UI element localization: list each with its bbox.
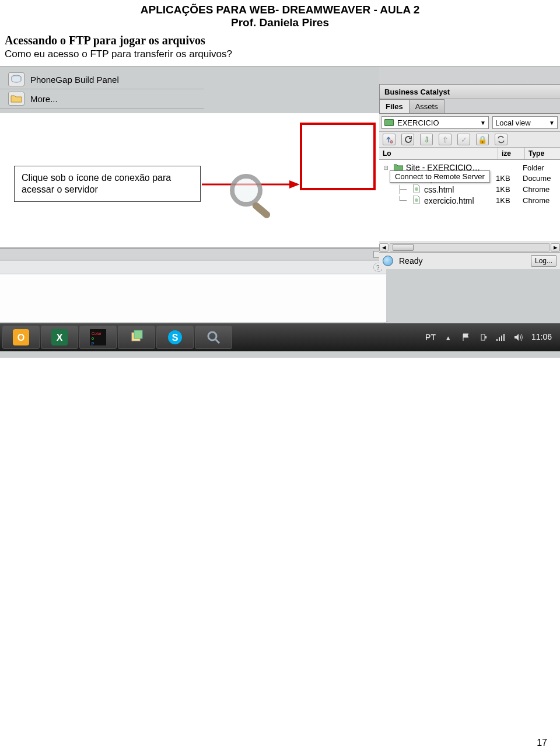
svg-point-21 [208,332,216,340]
properties-bar: ? [0,260,386,274]
taskbar-outlook-icon[interactable]: O [2,326,40,349]
section-subtitle: Como eu acesso o FTP para transferir os … [5,48,560,60]
taskbar-clock[interactable]: 11:06 [531,333,552,341]
scroll-right-button[interactable]: ▸ [551,243,560,252]
log-button[interactable]: Log... [531,255,556,267]
clock-time: 11:06 [531,333,552,341]
flag-icon[interactable] [461,333,471,342]
file-row[interactable]: └─ exercicio.html 1KB Chrome [379,195,560,206]
lang-indicator[interactable]: PT [425,333,436,342]
tab-files[interactable]: Files [379,99,410,113]
doc-title-line2: Prof. Daniela Pires [0,16,560,29]
panel-item-label: PhoneGap Build Panel [30,75,119,85]
connect-tooltip: Connect to Remote Server [390,170,490,183]
left-panel: PhoneGap Build Panel More... [0,70,204,109]
view-dropdown-value: Local view [495,118,531,127]
site-dropdown-value: EXERCICIO [397,118,439,127]
page-header: APLICAÇÕES PARA WEB- DREAMWEAVER - AULA … [0,0,560,29]
panel-divider [0,247,386,260]
files-toolbar: ⇩ ⇧ ✓ 🔒 [379,132,560,148]
refresh-button[interactable] [401,134,414,145]
folder-icon [8,92,24,106]
svg-text:Color: Color [92,331,102,336]
business-catalyst-label: Business Catalyst [384,88,450,96]
file-row[interactable]: ├─ css.html 1KB Chrome [379,184,560,195]
svg-rect-5 [251,201,271,219]
files-panel-tabs: Files Assets [379,99,560,114]
svg-text:O: O [18,333,24,343]
scroll-left-button[interactable]: ◂ [379,243,388,252]
taskbar-excel-icon[interactable]: X [41,326,78,349]
taskbar-magnifier-icon[interactable] [195,326,232,349]
col-name-header[interactable]: Lo [379,148,498,159]
taskbar-notes-icon[interactable] [118,326,155,349]
panel-item-label: More... [30,94,58,104]
svg-rect-18 [134,330,142,338]
callout-text: Clique sob o ícone de conexão para acess… [22,173,171,194]
taskbar-apps: O X Colorop S [0,326,232,349]
red-highlight-box [300,123,376,190]
volume-icon[interactable] [514,333,523,342]
svg-marker-2 [289,180,300,188]
svg-rect-23 [481,334,485,340]
file-size: 1KB [496,185,523,194]
network-icon[interactable] [496,333,506,342]
system-tray: PT ▴ 11:06 [425,333,560,342]
site-dropdown[interactable]: EXERCICIO ▼ [382,116,489,129]
checkout-button[interactable]: ✓ [457,134,470,145]
globe-icon [383,256,393,266]
scroll-thumb[interactable] [393,244,414,251]
section-title: Acessando o FTP para jogar os arquivos [5,34,560,47]
scroll-track[interactable] [390,243,550,252]
file-size: 1KB [496,174,523,183]
file-type: Folder [523,163,558,172]
file-size: 1KB [496,196,523,205]
html-file-icon [411,184,422,194]
col-size-header[interactable]: ize [498,148,525,159]
tooltip-text: Connect to Remote Server [395,172,485,181]
file-list-header: Lo ize Type [379,148,560,160]
svg-text:X: X [57,333,63,343]
view-dropdown[interactable]: Local view ▼ [492,116,558,129]
file-list-hscroll[interactable]: ◂ ▸ [379,242,560,252]
col-type-header[interactable]: Type [525,148,560,159]
chevron-down-icon: ▼ [480,120,486,126]
svg-rect-26 [499,337,500,341]
get-button[interactable]: ⇩ [420,134,433,145]
svg-rect-25 [496,339,498,341]
power-icon[interactable] [479,333,488,342]
properties-body [0,274,386,322]
svg-point-8 [415,198,418,202]
taskbar-skype-icon[interactable]: S [156,326,194,349]
status-text: Ready [399,256,422,266]
panel-item-phonegap[interactable]: PhoneGap Build Panel [0,70,204,89]
page-number: 17 [537,738,547,748]
tab-assets[interactable]: Assets [409,99,444,113]
file-type: Chrome [523,185,558,194]
file-type: Chrome [523,196,558,205]
svg-line-22 [215,339,219,343]
checkin-button[interactable]: 🔒 [476,134,489,145]
business-catalyst-panel-bar[interactable]: Business Catalyst [379,84,560,99]
windows-taskbar: O X Colorop S PT ▴ [0,323,560,351]
panel-item-more[interactable]: More... [0,89,204,109]
svg-text:o: o [92,336,94,340]
file-name: exercicio.html [424,196,496,205]
callout-box: Clique sob o ícone de conexão para acess… [14,166,201,202]
put-button[interactable]: ⇧ [439,134,452,145]
svg-text:S: S [172,333,178,343]
folder-green-icon [384,119,394,126]
disk-icon [8,72,24,86]
site-selector-row: EXERCICIO ▼ Local view ▼ [379,114,560,132]
html-file-icon [411,196,422,205]
connect-button[interactable] [383,134,396,145]
doc-title-line1: APLICAÇÕES PARA WEB- DREAMWEAVER - AULA … [0,4,560,16]
svg-point-6 [390,141,393,143]
taskbar-color-icon[interactable]: Colorop [79,326,117,349]
svg-rect-28 [503,334,505,341]
tray-up-icon[interactable]: ▴ [444,333,453,342]
svg-point-7 [415,187,418,191]
sync-button[interactable] [495,134,508,145]
svg-point-4 [235,179,258,202]
right-panel-group: Business Catalyst Files Assets EXERCICIO… [379,67,560,269]
